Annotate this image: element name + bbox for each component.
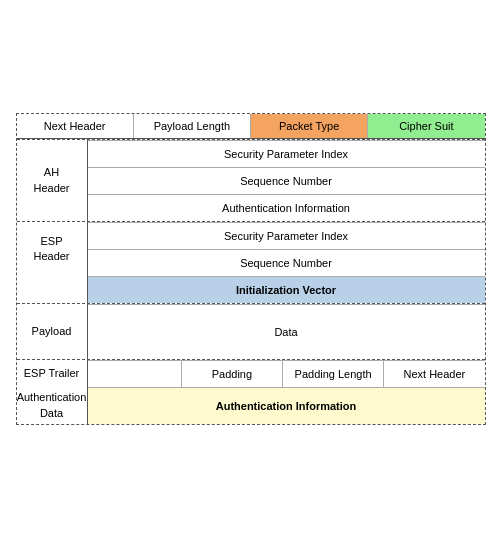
header-row: Next Header Payload Length Packet Type C… [17, 114, 485, 139]
esp-trailer-rows: Padding Padding Length Next Header [87, 360, 485, 387]
header-cipher-suit: Cipher Suit [368, 114, 484, 138]
esp-header-label: ESPHeader [17, 222, 87, 276]
header-payload-length: Payload Length [134, 114, 251, 138]
ah-row-2: Sequence Number [88, 168, 485, 195]
init-vector-rows: Initialization Vector [87, 276, 485, 303]
header-packet-type: Packet Type [251, 114, 368, 138]
auth-data-label: AuthenticationData [17, 387, 87, 424]
ah-auth: Authentication Information [88, 195, 485, 221]
payload-data: Data [88, 305, 485, 359]
init-vector-row: Initialization Vector [88, 276, 485, 303]
init-vector-section: Initialization Vector [17, 276, 485, 303]
ah-row-3: Authentication Information [88, 195, 485, 221]
esp-header-section: ESPHeader Security Parameter Index Seque… [17, 221, 485, 276]
init-vector-cell: Initialization Vector [88, 277, 485, 303]
auth-data-rows: Authentication Information [87, 387, 485, 424]
esp-trailer-label: ESP Trailer [17, 360, 87, 387]
ah-header-label: AHHeader [17, 140, 87, 221]
esp-trailer-row: Padding Padding Length Next Header [88, 360, 485, 387]
init-vector-label-empty [17, 276, 87, 303]
esp-trailer-section: ESP Trailer Padding Padding Length Next … [17, 359, 485, 387]
esp-row-2: Sequence Number [88, 250, 485, 276]
ah-header-section: AHHeader Security Parameter Index Sequen… [17, 139, 485, 221]
auth-data-section: AuthenticationData Authentication Inform… [17, 387, 485, 424]
esp-spi: Security Parameter Index [88, 223, 485, 249]
ah-spi: Security Parameter Index [88, 141, 485, 167]
ah-header-rows: Security Parameter Index Sequence Number… [87, 140, 485, 221]
auth-data-content: Authentication Information [88, 388, 485, 424]
payload-label: Payload [17, 304, 87, 359]
payload-section: Payload Data [17, 303, 485, 359]
ah-seq: Sequence Number [88, 168, 485, 194]
payload-rows: Data [87, 304, 485, 359]
esp-padding-length: Padding Length [283, 361, 384, 387]
payload-row: Data [88, 304, 485, 359]
esp-seq: Sequence Number [88, 250, 485, 276]
header-next-header: Next Header [17, 114, 134, 138]
esp-header-rows: Security Parameter Index Sequence Number [87, 222, 485, 276]
diagram: Next Header Payload Length Packet Type C… [16, 113, 486, 425]
esp-next-header: Next Header [384, 361, 484, 387]
esp-row-1: Security Parameter Index [88, 222, 485, 250]
ah-row-1: Security Parameter Index [88, 140, 485, 168]
auth-data-row: Authentication Information [88, 387, 485, 424]
esp-padding: Padding [181, 361, 283, 387]
